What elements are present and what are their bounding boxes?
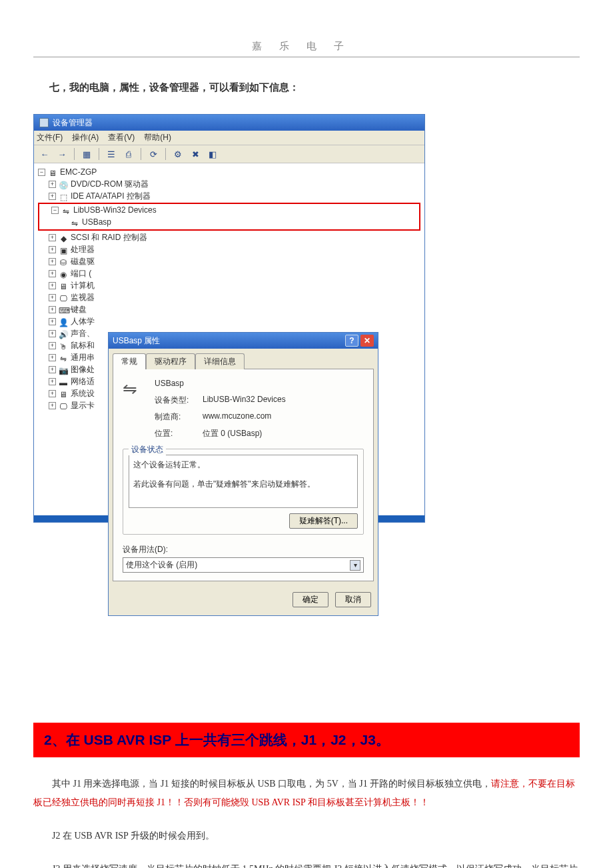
usb-device-icon: ⇋ bbox=[123, 379, 145, 397]
dm-toolbar: ← → ▦ ☰ ⎙ ⟳ ⚙ ✖ ◧ bbox=[34, 145, 424, 163]
usb-icon: ⇋ bbox=[70, 217, 79, 227]
menu-file[interactable]: 文件(F) bbox=[37, 132, 63, 143]
node-label: 人体学 bbox=[71, 315, 95, 327]
tab-general[interactable]: 常规 bbox=[113, 353, 146, 369]
tree-node-libusb[interactable]: − ⇋ LibUSB-Win32 Devices bbox=[39, 204, 419, 216]
usb-bus-icon: ⇋ bbox=[59, 353, 68, 362]
node-label: 磁盘驱 bbox=[71, 255, 95, 267]
tree-node-disk[interactable]: +⛁磁盘驱 bbox=[35, 255, 423, 267]
menu-help[interactable]: 帮助(H) bbox=[144, 132, 171, 143]
tree-node-keyboard[interactable]: +⌨键盘 bbox=[35, 303, 423, 315]
forward-icon[interactable]: → bbox=[55, 147, 69, 161]
expand-icon[interactable]: + bbox=[49, 193, 56, 200]
tab-driver[interactable]: 驱动程序 bbox=[146, 353, 195, 369]
close-icon[interactable]: ✕ bbox=[360, 335, 374, 347]
expand-icon[interactable]: + bbox=[49, 294, 56, 301]
separator bbox=[165, 148, 166, 160]
sound-icon: 🔊 bbox=[59, 329, 68, 338]
node-label: 鼠标和 bbox=[71, 339, 95, 351]
properties-dialog: USBasp 属性 ? ✕ 常规 驱动程序 详细信息 ⇋ USBasp 设备类型… bbox=[108, 332, 378, 616]
expand-icon[interactable]: + bbox=[49, 330, 56, 337]
properties-icon[interactable]: ☰ bbox=[105, 147, 118, 161]
node-label: LibUSB-Win32 Devices bbox=[73, 204, 157, 216]
node-label: 声音、 bbox=[71, 327, 95, 339]
tree-node-monitor[interactable]: +🖵监视器 bbox=[35, 291, 423, 303]
expand-icon[interactable]: + bbox=[49, 378, 56, 385]
expand-icon[interactable]: + bbox=[49, 234, 56, 241]
tree-node-ide[interactable]: + ⬚ IDE ATA/ATAPI 控制器 bbox=[35, 190, 423, 202]
pc-icon: 🖥 bbox=[59, 281, 68, 290]
menu-action[interactable]: 操作(A) bbox=[72, 132, 99, 143]
node-label: 处理器 bbox=[71, 243, 95, 255]
tree-node-cpu[interactable]: +▣处理器 bbox=[35, 243, 423, 255]
collapse-icon[interactable]: − bbox=[51, 207, 59, 214]
tree-root[interactable]: − 🖥 EMC-ZGP bbox=[35, 166, 423, 178]
expand-icon[interactable]: + bbox=[49, 181, 56, 188]
chevron-down-icon[interactable]: ▾ bbox=[350, 560, 360, 571]
troubleshoot-button[interactable]: 疑难解答(T)... bbox=[289, 513, 358, 529]
tree-node-usbasp[interactable]: ⇋ USBasp bbox=[39, 216, 419, 228]
status-title: 设备状态 bbox=[129, 444, 166, 455]
usage-label: 设备用法(D): bbox=[123, 544, 364, 555]
separator bbox=[141, 148, 141, 160]
tree-node-dvd[interactable]: + 💿 DVD/CD-ROM 驱动器 bbox=[35, 178, 423, 190]
node-label: 监视器 bbox=[71, 291, 95, 303]
expand-icon[interactable]: + bbox=[49, 306, 56, 313]
section-banner: 2、在 USB AVR ISP 上一共有三个跳线，J1，J2，J3。 bbox=[33, 723, 580, 757]
prop-title-text: USBasp 属性 bbox=[113, 335, 160, 347]
usage-select[interactable]: 使用这个设备 (启用) ▾ bbox=[123, 557, 364, 573]
ok-button[interactable]: 确定 bbox=[293, 592, 328, 607]
node-label: USBasp bbox=[82, 216, 111, 228]
paragraph-j2: J2 在 USB AVR ISP 升级的时候会用到。 bbox=[33, 827, 580, 845]
network-icon: ▬ bbox=[59, 377, 68, 386]
help-icon[interactable]: ? bbox=[345, 335, 358, 347]
back-icon[interactable]: ← bbox=[38, 147, 51, 161]
node-label: 计算机 bbox=[71, 279, 95, 291]
expand-icon[interactable]: + bbox=[49, 282, 56, 289]
expand-icon[interactable]: + bbox=[49, 366, 56, 373]
mfr-label: 制造商: bbox=[155, 411, 203, 423]
hid-icon: 👤 bbox=[59, 317, 68, 326]
scsi-icon: ◆ bbox=[59, 233, 68, 242]
uninstall-icon[interactable]: ✖ bbox=[189, 147, 202, 161]
monitor-icon: 🖵 bbox=[59, 293, 68, 302]
node-label: 键盘 bbox=[71, 303, 87, 315]
node-label: 网络适 bbox=[71, 375, 95, 387]
status-line1: 这个设备运转正常。 bbox=[133, 459, 353, 471]
scan-icon[interactable]: ⚙ bbox=[171, 147, 185, 161]
dm-titlebar[interactable]: 设备管理器 bbox=[34, 115, 424, 131]
root-label: EMC-ZGP bbox=[60, 166, 97, 178]
update-icon[interactable]: ◧ bbox=[206, 147, 219, 161]
print-icon[interactable]: ⎙ bbox=[122, 147, 135, 161]
tab-details[interactable]: 详细信息 bbox=[195, 353, 245, 369]
display-icon: 🖵 bbox=[59, 401, 68, 410]
expand-icon[interactable]: + bbox=[49, 246, 56, 253]
cpu-icon: ▣ bbox=[59, 245, 68, 254]
cancel-button[interactable]: 取消 bbox=[335, 592, 371, 607]
expand-icon[interactable]: + bbox=[49, 258, 56, 265]
expand-icon[interactable]: + bbox=[49, 390, 56, 397]
node-label: 通用串 bbox=[71, 351, 95, 363]
tree-node-hid[interactable]: +👤人体学 bbox=[35, 315, 423, 327]
mouse-icon: 🖱 bbox=[59, 341, 68, 350]
type-value: LibUSB-Win32 Devices bbox=[203, 395, 286, 406]
status-textbox[interactable]: 这个设备运转正常。 若此设备有问题，单击"疑难解答"来启动疑难解答。 bbox=[129, 455, 358, 508]
expand-icon[interactable]: + bbox=[49, 402, 56, 409]
refresh-icon[interactable]: ⟳ bbox=[147, 147, 160, 161]
prop-titlebar[interactable]: USBasp 属性 ? ✕ bbox=[109, 333, 378, 349]
tree-icon[interactable]: ▦ bbox=[80, 147, 93, 161]
collapse-icon[interactable]: − bbox=[38, 169, 45, 176]
computer-icon: 🖥 bbox=[48, 167, 57, 177]
expand-icon[interactable]: + bbox=[49, 318, 56, 325]
section-intro: 七，我的电脑，属性，设备管理器，可以看到如下信息： bbox=[49, 81, 580, 94]
imaging-icon: 📷 bbox=[59, 365, 68, 374]
expand-icon[interactable]: + bbox=[49, 354, 56, 361]
tree-node-scsi[interactable]: +◆SCSI 和 RAID 控制器 bbox=[35, 231, 423, 243]
tree-node-computer[interactable]: +🖥计算机 bbox=[35, 279, 423, 291]
menu-view[interactable]: 查看(V) bbox=[108, 132, 135, 143]
tree-node-port[interactable]: +◉端口 ( bbox=[35, 267, 423, 279]
node-label: 端口 ( bbox=[71, 267, 91, 279]
expand-icon[interactable]: + bbox=[49, 342, 56, 349]
device-header: ⇋ USBasp 设备类型:LibUSB-Win32 Devices 制造商:w… bbox=[123, 379, 364, 439]
expand-icon[interactable]: + bbox=[49, 270, 56, 277]
